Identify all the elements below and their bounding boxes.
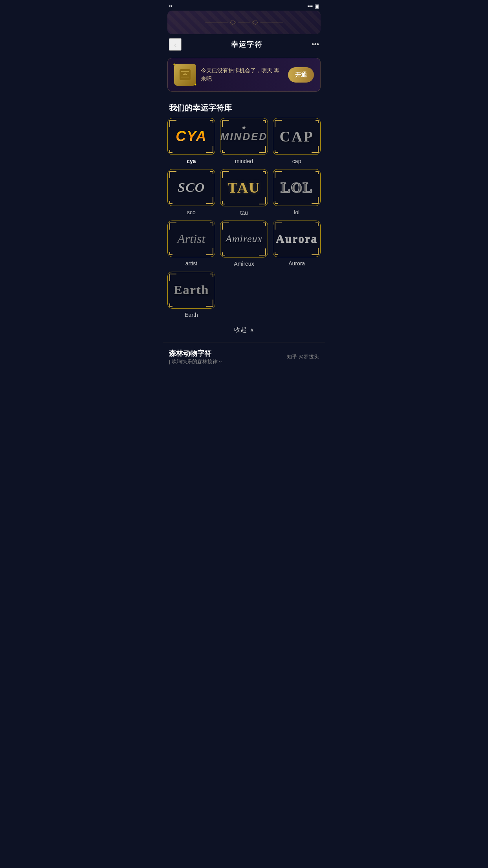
symbol-card-cya: CYA: [167, 118, 215, 155]
status-icons: ▪▪▪ ▣: [307, 3, 319, 9]
corner-tr-cya: [210, 120, 213, 123]
symbol-item-amireux[interactable]: AmireuxAmireux: [220, 221, 268, 267]
status-bar: •• ▪▪▪ ▣: [163, 0, 325, 11]
symbol-item-tau[interactable]: TAUtau: [220, 169, 268, 215]
corner-tl-aurora: [275, 223, 278, 226]
credit: 知乎 @罗拔头: [287, 353, 319, 360]
corner-bl-lol: [275, 201, 278, 204]
corner-br-cya: [210, 150, 213, 153]
symbol-label-tau: tau: [240, 210, 248, 216]
top-decorative-banner: [167, 11, 321, 34]
symbol-grid-single: EarthEarth: [163, 267, 325, 318]
corner-bl-aurora: [275, 252, 278, 255]
symbol-card-minded: ★MINDED: [220, 118, 268, 155]
corner-tl-cya: [169, 120, 172, 123]
corner-br-sco: [210, 201, 213, 204]
corner-tr-amireux: [263, 223, 266, 226]
symbol-grid: CYAcya★MINDEDmindedCAPcapSCOscoTAUtauLOL…: [163, 118, 325, 267]
corner-bl-cya: [169, 150, 172, 153]
corner-bl-sco: [169, 201, 172, 204]
subtitle-text: 吹响快乐的森林旋律～: [172, 359, 223, 364]
corner-tr-artist: [210, 223, 213, 226]
corner-tl-earth: [169, 274, 172, 277]
corner-bl-tau: [222, 201, 225, 204]
promo-banner: 今天已没有抽卡机会了，明天 再来吧 开通: [167, 58, 321, 92]
svg-rect-5: [180, 69, 191, 80]
symbol-item-sco[interactable]: SCOsco: [167, 169, 215, 215]
promo-icon: [174, 64, 196, 86]
svg-marker-1: [230, 20, 236, 25]
symbol-label-cap: cap: [292, 158, 301, 164]
collapse-button[interactable]: 收起 ∧: [163, 318, 325, 342]
symbol-text-lol: LOL: [281, 179, 313, 196]
corner-tl-amireux: [222, 223, 225, 226]
promo-text: 今天已没有抽卡机会了，明天 再来吧: [201, 66, 283, 83]
symbol-item-minded[interactable]: ★MINDEDminded: [220, 118, 268, 164]
symbol-label-lol: lol: [294, 209, 299, 215]
corner-br-cap: [316, 150, 319, 153]
symbol-item-lol[interactable]: LOLlol: [273, 169, 321, 215]
corner-bl-cap: [275, 150, 278, 153]
corner-tr-sco: [210, 171, 213, 174]
symbol-text-artist: Artist: [177, 232, 205, 246]
corner-tr-minded: [263, 120, 266, 123]
symbol-card-tau: TAU: [220, 169, 268, 206]
corner-tr-tau: [263, 171, 266, 174]
corner-br-tau: [263, 201, 266, 204]
corner-bl-earth: [169, 303, 172, 307]
page-title: 幸运字符: [231, 40, 262, 49]
corner-bl-amireux: [222, 252, 225, 256]
corner-tl-cap: [275, 120, 278, 123]
symbol-text-amireux: Amireux: [226, 233, 262, 245]
symbol-card-cap: CAP: [273, 118, 321, 155]
corner-tl-artist: [169, 223, 172, 226]
symbol-text-earth: Earth: [174, 283, 209, 297]
corner-tl-lol: [275, 171, 278, 174]
back-button[interactable]: ‹: [169, 38, 182, 51]
header: ‹ 幸运字符 •••: [163, 34, 325, 55]
symbol-card-lol: LOL: [273, 169, 321, 206]
symbol-card-sco: SCO: [167, 169, 215, 206]
collapse-icon: ∧: [250, 327, 254, 333]
symbol-item-artist[interactable]: Artistartist: [167, 221, 215, 267]
corner-bl-artist: [169, 252, 172, 255]
symbol-text-cya: CYA: [176, 128, 207, 145]
corner-br-lol: [316, 201, 319, 204]
corner-br-aurora: [316, 252, 319, 255]
bottom-title: 森林动物字符: [169, 349, 223, 358]
symbol-label-artist: artist: [185, 260, 197, 267]
symbol-label-sco: sco: [187, 209, 196, 215]
signal-icon: ▪▪▪: [307, 3, 313, 9]
corner-tl-tau: [222, 171, 225, 174]
symbol-item-cap[interactable]: CAPcap: [273, 118, 321, 164]
separator: |: [169, 359, 172, 364]
symbol-card-amireux: Amireux: [220, 221, 268, 257]
corner-tr-cap: [316, 120, 319, 123]
corner-tl-sco: [169, 171, 172, 174]
symbol-item-aurora[interactable]: AuroraAurora: [273, 221, 321, 267]
corner-br-minded: [263, 150, 266, 153]
corner-bl-minded: [222, 150, 225, 153]
bottom-left: 森林动物字符 | 吹响快乐的森林旋律～: [169, 349, 223, 365]
symbol-text-sco: SCO: [178, 180, 205, 195]
collapse-label: 收起: [234, 326, 247, 334]
symbol-item-earth[interactable]: EarthEarth: [167, 272, 215, 318]
promo-button[interactable]: 开通: [288, 67, 314, 83]
svg-marker-3: [252, 20, 258, 25]
symbol-text-tau: TAU: [227, 179, 260, 196]
symbol-text-minded: MINDED: [220, 131, 268, 142]
section-title: 我们的幸运字符库: [163, 95, 325, 118]
symbol-label-aurora: Aurora: [288, 260, 305, 267]
symbol-card-aurora: Aurora: [273, 221, 321, 257]
symbol-item-cya[interactable]: CYAcya: [167, 118, 215, 164]
more-button[interactable]: •••: [312, 40, 319, 49]
corner-tr-earth: [210, 274, 213, 277]
symbol-label-minded: minded: [235, 158, 253, 164]
corner-tl-minded: [222, 120, 225, 123]
corner-br-earth: [210, 303, 213, 307]
time: ••: [169, 3, 172, 9]
battery-icon: ▣: [314, 3, 319, 9]
symbol-label-earth: Earth: [185, 312, 198, 318]
symbol-card-artist: Artist: [167, 221, 215, 257]
corner-tr-lol: [316, 171, 319, 174]
